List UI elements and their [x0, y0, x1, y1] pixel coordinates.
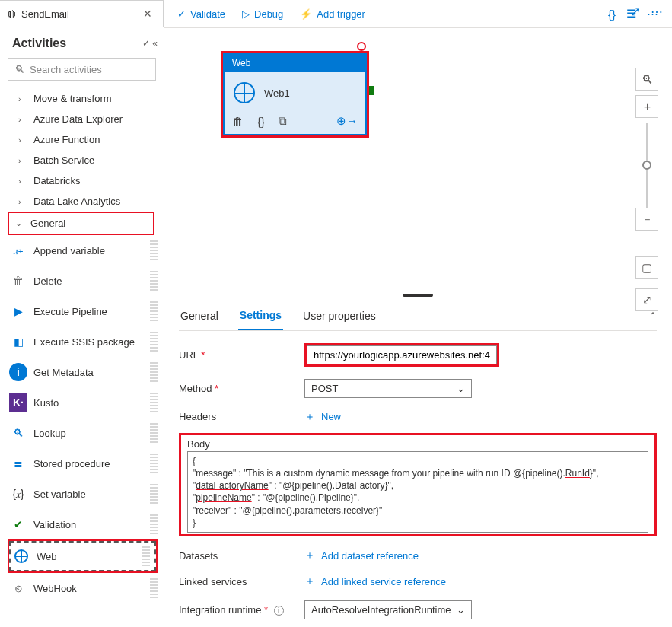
node-output-port[interactable]	[369, 86, 374, 95]
cat-data-lake[interactable]: ›Data Lake Analytics	[0, 191, 162, 212]
method-select[interactable]: POST⌄	[304, 379, 472, 398]
trash-icon[interactable]: 🗑	[232, 115, 244, 128]
chevron-down-icon: ⌄	[457, 604, 465, 616]
activity-set-variable[interactable]: {𝑥}Set variable	[8, 479, 162, 509]
datasets-label: Datasets	[179, 550, 218, 562]
activity-stored-procedure[interactable]: ≣Stored procedure	[8, 448, 162, 479]
more-icon[interactable]: ⋯	[651, 5, 663, 19]
lightning-icon: ⚡	[300, 8, 312, 20]
execute-pipeline-icon: ▶	[9, 302, 27, 320]
chevron-right-icon: ›	[18, 156, 29, 165]
url-input[interactable]	[307, 345, 497, 364]
drag-handle-icon[interactable]	[150, 454, 158, 473]
cat-azure-data-explorer[interactable]: ›Azure Data Explorer	[0, 109, 162, 129]
drag-handle-icon[interactable]	[150, 393, 158, 412]
plus-icon: ＋	[304, 549, 315, 562]
zoom-out-button[interactable]: －	[635, 208, 658, 231]
chevron-down-icon: ⌄	[15, 218, 26, 228]
drag-handle-icon[interactable]	[150, 362, 158, 382]
zoom-slider[interactable]	[646, 170, 648, 208]
body-textarea[interactable]: {"message" : "This is a custom dynamic m…	[187, 451, 648, 533]
chevron-right-icon: ›	[18, 177, 29, 186]
close-tab-icon[interactable]: ✕	[139, 6, 157, 21]
cat-move-transform[interactable]: ›Move & transform	[0, 88, 162, 109]
integration-runtime-select[interactable]: AutoResolveIntegrationRuntime⌄	[304, 600, 472, 619]
trash-icon: 🗑	[9, 272, 27, 290]
add-header-button[interactable]: ＋New	[304, 410, 657, 424]
tab-general[interactable]: General	[179, 302, 220, 329]
chevron-right-icon: ›	[18, 115, 29, 124]
pipeline-icon: ⟬⟭	[6, 8, 17, 20]
activity-kusto[interactable]: K·Kusto	[8, 387, 162, 418]
activity-validation[interactable]: ✔︎Validation	[8, 509, 162, 539]
copy-icon[interactable]: ⧉	[279, 114, 287, 128]
integration-runtime-label: Integration runtime	[179, 604, 261, 616]
plus-icon: ＋	[304, 574, 315, 588]
add-dataset-button[interactable]: ＋Add dataset reference	[304, 549, 657, 562]
activity-lookup[interactable]: 🔍︎Lookup	[8, 418, 162, 448]
tab-user-properties[interactable]: User properties	[301, 302, 377, 329]
zoom-in-button[interactable]: ＋	[635, 95, 658, 118]
webhook-icon: ⎋	[9, 579, 27, 597]
drag-handle-icon[interactable]	[150, 240, 158, 260]
chevron-right-icon: ›	[18, 135, 29, 145]
cat-batch-service[interactable]: ›Batch Service	[0, 150, 162, 170]
code-braces-icon[interactable]: {}	[257, 115, 265, 128]
drag-handle-icon[interactable]	[150, 423, 158, 443]
add-linked-service-button[interactable]: ＋Add linked service reference	[304, 574, 657, 588]
drag-handle-icon[interactable]	[150, 271, 158, 291]
cat-general[interactable]: ⌄General	[9, 213, 153, 234]
validate-button[interactable]: ✓Validate	[177, 8, 225, 20]
node-type-header: Web	[225, 55, 365, 72]
activities-panel-title: Activities	[12, 37, 142, 50]
code-braces-icon[interactable]: {}	[608, 8, 616, 21]
activity-get-metadata[interactable]: iGet Metadata	[8, 357, 162, 387]
ssis-icon: ◧	[9, 333, 27, 351]
activity-append-variable[interactable]: 𝑥+Append variable	[8, 235, 162, 266]
highlight-dot	[357, 42, 366, 51]
chevron-right-icon: ›	[18, 94, 29, 103]
add-trigger-button[interactable]: ⚡Add trigger	[300, 8, 365, 20]
append-variable-icon: 𝑥+	[9, 241, 27, 259]
info-icon[interactable]: i	[274, 606, 284, 616]
activity-webhook[interactable]: ⎋WebHook	[8, 573, 162, 603]
fit-to-screen-button[interactable]: ▢	[635, 256, 658, 279]
globe-icon	[234, 82, 255, 103]
tab-settings[interactable]: Settings	[238, 301, 283, 330]
magnifier-icon: 🔍︎	[9, 424, 27, 442]
tab-title: SendEmail	[21, 8, 139, 20]
cat-databricks[interactable]: ›Databricks	[0, 170, 162, 191]
method-label: Method	[179, 383, 212, 394]
canvas-search-button[interactable]: 🔍︎	[635, 68, 658, 91]
arrow-icon[interactable]: ⊕→	[336, 114, 358, 128]
activity-web[interactable]: Web	[9, 541, 156, 571]
set-variable-icon: {𝑥}	[9, 485, 27, 503]
drag-handle-icon[interactable]	[142, 546, 150, 566]
debug-button[interactable]: ▷Debug	[242, 8, 283, 20]
zoom-slider[interactable]	[646, 123, 648, 161]
search-icon: 🔍︎	[14, 63, 25, 75]
activity-delete[interactable]: 🗑Delete	[8, 266, 162, 296]
linked-services-label: Linked services	[179, 576, 247, 587]
node-name: Web1	[264, 88, 290, 99]
play-icon: ▷	[242, 8, 250, 20]
activity-execute-ssis[interactable]: ◧Execute SSIS package	[8, 326, 162, 357]
activity-execute-pipeline[interactable]: ▶Execute Pipeline	[8, 296, 162, 326]
drag-handle-icon[interactable]	[150, 484, 158, 504]
plus-icon: ＋	[304, 410, 315, 424]
check-icon: ✓	[177, 8, 186, 20]
chevron-collapse-icon[interactable]: ✓ «	[142, 38, 158, 49]
drag-handle-icon[interactable]	[150, 578, 158, 598]
expand-icon[interactable]: ⤢	[630, 5, 640, 19]
body-label: Body	[187, 438, 648, 450]
pipeline-canvas[interactable]: Web Web1 🗑 {} ⧉ ⊕→ 🔍︎ ＋	[164, 27, 672, 298]
panel-resizer[interactable]	[164, 293, 672, 298]
drag-handle-icon[interactable]	[150, 514, 158, 534]
zoom-slider-handle[interactable]	[642, 161, 651, 170]
cat-azure-function[interactable]: ›Azure Function	[0, 129, 162, 150]
drag-handle-icon[interactable]	[150, 301, 158, 321]
web-activity-node[interactable]: Web Web1 🗑 {} ⧉ ⊕→	[223, 53, 367, 135]
search-activities-input[interactable]: 🔍︎	[8, 58, 156, 81]
drag-handle-icon[interactable]	[150, 332, 158, 352]
fullscreen-button[interactable]: ⤢	[635, 288, 658, 311]
